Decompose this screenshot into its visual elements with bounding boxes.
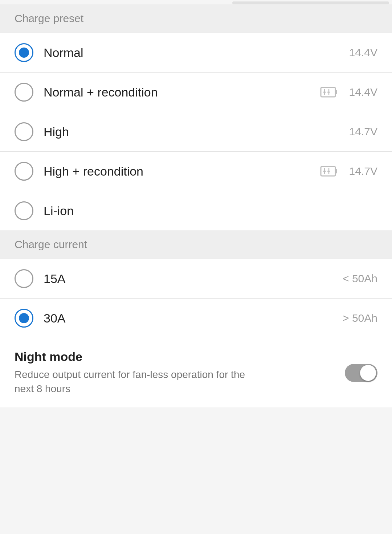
current-15a-value: < 50Ah [343,272,377,285]
charge-current-section: Charge current 15A < 50Ah 30A > 50Ah [0,230,392,338]
preset-high-value: 14.7V [349,126,377,138]
preset-high-recondition-label: High + recondition [44,164,320,178]
radio-normal-recondition[interactable] [15,83,33,102]
preset-liion-label: Li-ion [44,204,377,218]
preset-normal-recondition-value: 14.4V [349,86,377,98]
current-30a[interactable]: 30A > 50Ah [0,299,392,338]
top-scrollbar [232,1,389,4]
radio-high-recondition[interactable] [15,162,33,181]
preset-normal-label: Normal [44,46,343,60]
current-30a-label: 30A [44,311,337,325]
current-15a[interactable]: 15A < 50Ah [0,259,392,299]
preset-liion[interactable]: Li-ion [0,191,392,230]
charge-preset-header: Charge preset [0,4,392,33]
night-mode-row: Night mode Reduce output current for fan… [15,350,377,396]
night-mode-section: Night mode Reduce output current for fan… [0,338,392,407]
radio-normal[interactable] [15,43,33,62]
current-30a-value: > 50Ah [343,312,377,324]
night-mode-toggle[interactable] [345,364,377,382]
charge-preset-section: Charge preset Normal 14.4V Normal + reco… [0,4,392,230]
charge-current-header: Charge current [0,230,392,259]
current-15a-label: 15A [44,272,337,286]
night-mode-text: Night mode Reduce output current for fan… [15,350,345,396]
preset-high[interactable]: High 14.7V [0,112,392,152]
preset-normal[interactable]: Normal 14.4V [0,33,392,73]
preset-normal-recondition-label: Normal + recondition [44,85,320,99]
night-mode-description: Reduce output current for fan-less opera… [15,367,262,396]
preset-high-recondition[interactable]: High + recondition 14.7V [0,152,392,191]
svg-rect-1 [335,90,337,94]
preset-normal-recondition[interactable]: Normal + recondition 14.4V [0,73,392,112]
preset-normal-value: 14.4V [349,46,377,59]
preset-high-recondition-value: 14.7V [349,165,377,177]
battery-icon-2 [320,165,338,178]
night-mode-title: Night mode [15,350,345,364]
battery-icon-1 [320,86,338,99]
radio-30a[interactable] [15,309,33,328]
svg-rect-7 [335,169,337,173]
radio-15a[interactable] [15,269,33,288]
radio-high[interactable] [15,122,33,141]
preset-high-label: High [44,125,343,139]
radio-liion[interactable] [15,201,33,220]
